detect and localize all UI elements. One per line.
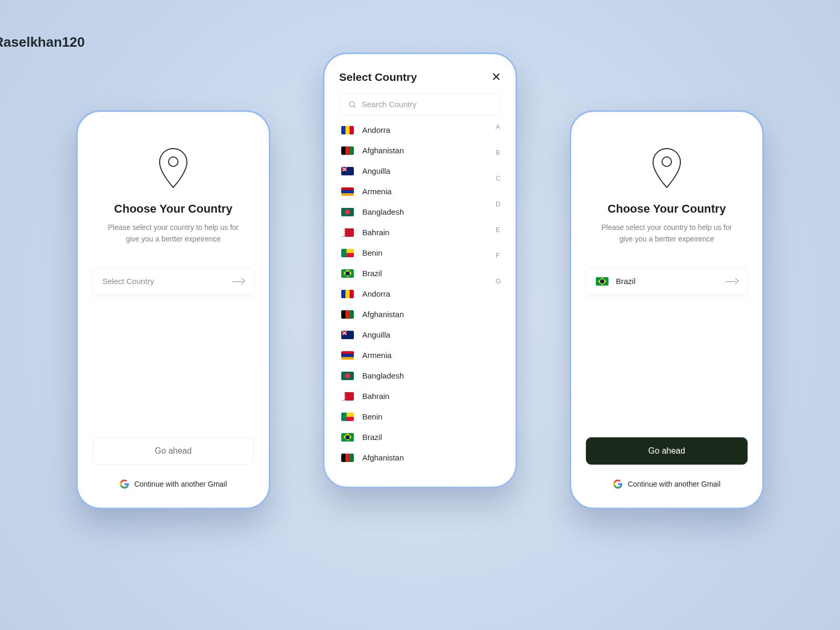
go-ahead-button[interactable]: Go ahead xyxy=(92,437,254,465)
continue-gmail-label: Continue with another Gmail xyxy=(628,480,721,488)
continue-gmail-link[interactable]: Continue with another Gmail xyxy=(92,479,254,489)
country-row[interactable]: Afghanistan xyxy=(339,304,501,324)
country-name: Andorra xyxy=(362,125,390,134)
index-letter[interactable]: E xyxy=(496,226,501,234)
country-row[interactable]: Armenia xyxy=(339,345,501,365)
country-name: Benin xyxy=(362,248,382,257)
arrow-right-icon xyxy=(233,278,244,285)
svg-point-1 xyxy=(350,101,354,106)
screen-choose-country-filled: Choose Your Country Please select your c… xyxy=(570,110,764,509)
flag-icon xyxy=(341,269,354,278)
country-name: Bangladesh xyxy=(362,371,404,380)
flag-icon xyxy=(341,310,354,319)
country-name: Anguilla xyxy=(362,166,390,175)
country-name: Brazil xyxy=(362,269,382,278)
country-row[interactable]: Brazil xyxy=(339,427,501,447)
flag-icon xyxy=(341,146,354,155)
flag-icon xyxy=(341,454,354,462)
index-letter[interactable]: A xyxy=(496,123,501,131)
page-title: Choose Your Country xyxy=(92,202,254,216)
flag-icon xyxy=(341,167,354,175)
flag-icon xyxy=(341,372,354,380)
search-icon xyxy=(348,100,356,109)
country-name: Anguilla xyxy=(362,330,390,339)
flag-icon xyxy=(341,433,354,442)
index-letter[interactable]: G xyxy=(496,277,501,285)
flag-icon xyxy=(341,249,354,257)
selected-country-value: Brazil xyxy=(616,277,636,286)
go-ahead-button[interactable]: Go ahead xyxy=(586,437,748,465)
alpha-index-rail[interactable]: ABCDEFG xyxy=(496,120,501,468)
flag-icon xyxy=(341,228,354,237)
country-row[interactable]: Bahrain xyxy=(339,386,501,406)
country-name: Armenia xyxy=(362,351,392,360)
index-letter[interactable]: D xyxy=(496,200,501,208)
location-pin-icon xyxy=(92,146,254,188)
flag-icon xyxy=(341,331,354,339)
continue-gmail-link[interactable]: Continue with another Gmail xyxy=(586,479,748,489)
screen-choose-country-empty: Choose Your Country Please select your c… xyxy=(76,110,270,509)
country-row[interactable]: Andorra xyxy=(339,284,501,304)
country-row[interactable]: Brazil xyxy=(339,263,501,284)
continue-gmail-label: Continue with another Gmail xyxy=(134,480,227,488)
country-row[interactable]: Armenia xyxy=(339,181,501,202)
google-icon xyxy=(120,479,129,489)
search-input[interactable]: Search Country xyxy=(339,93,501,116)
select-placeholder: Select Country xyxy=(102,277,154,286)
country-row[interactable]: Bangladesh xyxy=(339,365,501,386)
country-row[interactable]: Andorra xyxy=(339,120,501,140)
country-name: Andorra xyxy=(362,289,390,298)
index-letter[interactable]: B xyxy=(496,149,501,156)
country-name: Afghanistan xyxy=(362,146,404,155)
country-name: Afghanistan xyxy=(362,453,404,462)
flag-icon xyxy=(341,187,354,196)
close-icon[interactable]: ✕ xyxy=(491,71,501,83)
country-name: Bahrain xyxy=(362,392,390,401)
country-name: Bangladesh xyxy=(362,207,404,216)
flag-icon xyxy=(341,351,354,360)
country-name: Afghanistan xyxy=(362,310,404,319)
page-subtitle: Please select your country to help us fo… xyxy=(92,222,254,245)
flag-icon xyxy=(341,392,354,401)
country-name: Armenia xyxy=(362,187,392,196)
country-row[interactable]: Benin xyxy=(339,406,501,427)
country-row[interactable]: Afghanistan xyxy=(339,140,501,161)
country-row[interactable]: Afghanistan xyxy=(339,447,501,468)
page-subtitle: Please select your country to help us fo… xyxy=(586,222,748,245)
index-letter[interactable]: F xyxy=(496,251,501,259)
country-name: Benin xyxy=(362,412,382,421)
flag-icon xyxy=(341,208,354,216)
select-country-field[interactable]: Brazil xyxy=(586,268,748,295)
flag-icon xyxy=(341,290,354,298)
google-icon xyxy=(613,479,623,489)
screen-select-country-list: Select Country ✕ Search Country AndorraA… xyxy=(323,52,517,488)
author-watermark: Raselkhan120 xyxy=(0,34,85,50)
country-row[interactable]: Bahrain xyxy=(339,222,501,243)
modal-title: Select Country xyxy=(339,71,417,83)
country-row[interactable]: Anguilla xyxy=(339,161,501,181)
svg-point-2 xyxy=(662,157,671,166)
country-row[interactable]: Anguilla xyxy=(339,324,501,345)
flag-icon xyxy=(341,126,354,134)
flag-icon xyxy=(341,413,354,421)
index-letter[interactable]: C xyxy=(496,174,501,182)
search-placeholder: Search Country xyxy=(362,100,416,109)
country-name: Bahrain xyxy=(362,228,390,237)
location-pin-icon xyxy=(586,146,748,188)
selected-flag-icon xyxy=(596,277,608,286)
arrow-right-icon xyxy=(726,278,738,285)
svg-point-0 xyxy=(169,157,178,166)
country-name: Brazil xyxy=(362,433,382,442)
country-row[interactable]: Benin xyxy=(339,243,501,263)
country-row[interactable]: Bangladesh xyxy=(339,202,501,222)
country-list: AndorraAfghanistanAnguillaArmeniaBanglad… xyxy=(339,120,501,468)
select-country-field[interactable]: Select Country xyxy=(92,268,254,295)
page-title: Choose Your Country xyxy=(586,202,748,216)
